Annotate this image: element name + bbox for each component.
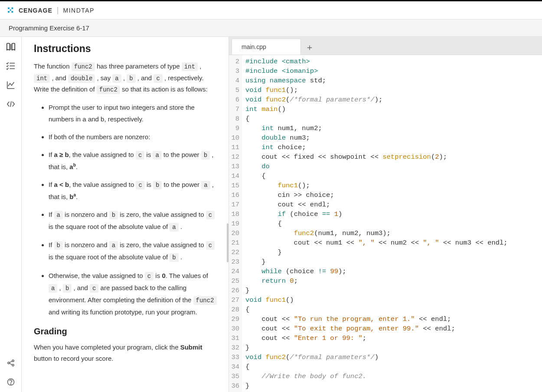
list-item: If both of the numbers are nonzero: bbox=[49, 131, 218, 143]
cengage-icon bbox=[7, 6, 15, 15]
svg-point-4 bbox=[10, 9, 11, 10]
list-item: Prompt the user to input two integers an… bbox=[49, 101, 218, 125]
code-c: c bbox=[153, 74, 162, 83]
list-item: If b is nonzero and a is zero, the value… bbox=[49, 239, 218, 263]
code-b: b bbox=[127, 74, 135, 83]
svg-point-1 bbox=[11, 7, 13, 9]
brand-divider: | bbox=[57, 6, 59, 15]
sidebar-left bbox=[0, 37, 22, 392]
brand-text-cengage: CENGAGE bbox=[19, 7, 52, 14]
instructions-intro: The function func2 has three parameters … bbox=[34, 61, 218, 95]
grading-text: When you have completed your program, cl… bbox=[34, 342, 218, 365]
svg-line-15 bbox=[9, 361, 12, 363]
svg-point-0 bbox=[8, 7, 10, 9]
tab-main-cpp[interactable]: main.cpp bbox=[232, 39, 301, 55]
share-icon[interactable] bbox=[6, 358, 16, 368]
svg-point-2 bbox=[8, 11, 10, 13]
list-item: If a is nonzero and b is zero, the value… bbox=[49, 209, 218, 233]
grading-heading: Grading bbox=[34, 327, 218, 336]
code-double: double bbox=[68, 74, 95, 83]
code-editor[interactable]: 2345678910111213141516171819202122232425… bbox=[229, 55, 542, 392]
svg-line-16 bbox=[9, 363, 12, 365]
instructions-panel: Instructions The function func2 has thre… bbox=[22, 37, 229, 392]
subheader: Programming Exercise 6-17 bbox=[0, 20, 542, 37]
svg-point-3 bbox=[11, 11, 13, 13]
add-tab-button[interactable] bbox=[302, 41, 317, 55]
svg-point-18 bbox=[10, 384, 11, 384]
instructions-scrollbar[interactable] bbox=[227, 223, 229, 262]
book-icon[interactable] bbox=[6, 42, 16, 52]
code-int: int bbox=[182, 62, 198, 71]
code-func2b: func2 bbox=[97, 85, 120, 94]
code-a: a bbox=[112, 74, 121, 83]
exercise-title: Programming Exercise 6-17 bbox=[9, 24, 89, 32]
brand-text-mindtap: MINDTAP bbox=[63, 7, 94, 14]
instructions-heading: Instructions bbox=[34, 41, 218, 55]
header: CENGAGE | MINDTAP bbox=[0, 1, 542, 20]
code-int2: int bbox=[34, 74, 50, 83]
editor-panel: main.cpp 2345678910111213141516171819202… bbox=[229, 37, 542, 392]
code-func2: func2 bbox=[72, 62, 95, 71]
code-content[interactable]: #include <cmath>#include <iomanip>using … bbox=[242, 55, 542, 392]
instructions-list: Prompt the user to input two integers an… bbox=[34, 101, 218, 318]
tasks-icon[interactable] bbox=[6, 61, 16, 71]
svg-line-11 bbox=[10, 101, 11, 107]
list-item: If a < b, the value assigned to c is b t… bbox=[49, 179, 218, 203]
brand-logo: CENGAGE bbox=[7, 6, 52, 15]
help-icon[interactable] bbox=[6, 377, 16, 387]
line-gutter: 2345678910111213141516171819202122232425… bbox=[229, 55, 242, 392]
list-item: If a ≥ b, the value assigned to c is a t… bbox=[49, 149, 218, 173]
list-item: Otherwise, the value assigned to c is 0.… bbox=[49, 270, 218, 318]
main-layout: Instructions The function func2 has thre… bbox=[0, 37, 542, 392]
editor-tabbar: main.cpp bbox=[229, 37, 542, 55]
chart-icon[interactable] bbox=[6, 80, 16, 90]
code-icon[interactable] bbox=[6, 99, 16, 109]
